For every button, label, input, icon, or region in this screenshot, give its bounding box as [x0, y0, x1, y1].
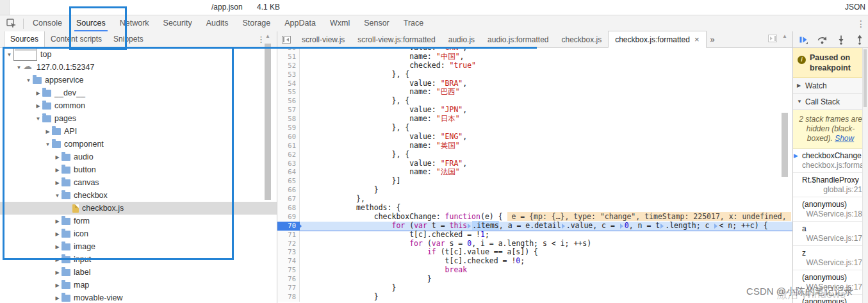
- code-line-68[interactable]: 68 methods: {: [277, 204, 792, 213]
- show-debugger-button[interactable]: [768, 35, 777, 44]
- line-number[interactable]: 62: [277, 151, 300, 160]
- tree-item-component[interactable]: ▼component: [0, 138, 277, 151]
- tree-item-common[interactable]: ▶common: [0, 99, 277, 112]
- line-number[interactable]: 60: [277, 133, 300, 142]
- value-preview-chip-icon[interactable]: [468, 224, 471, 229]
- step-over-button[interactable]: [817, 35, 828, 45]
- line-number[interactable]: 50: [277, 48, 300, 53]
- line-number[interactable]: 74: [277, 257, 300, 266]
- tree-item-dev[interactable]: ▶__dev__: [0, 86, 277, 99]
- devtools-menu-icon[interactable]: ⋮: [854, 19, 868, 29]
- line-number[interactable]: 59: [277, 124, 300, 133]
- tree-item-audio[interactable]: ▶audio: [0, 151, 277, 163]
- code-line-64[interactable]: 64 name: "法国": [277, 168, 792, 177]
- line-number[interactable]: 58: [277, 115, 300, 124]
- code-line-58[interactable]: 58 name: "日本": [277, 115, 792, 124]
- line-number[interactable]: 65: [277, 177, 300, 186]
- tree-open-arrow-icon[interactable]: ▼: [5, 52, 13, 58]
- line-number[interactable]: 69: [277, 213, 300, 222]
- code-line-60[interactable]: 60 value: "ENG",: [277, 133, 792, 142]
- tree-closed-arrow-icon[interactable]: ▶: [53, 283, 61, 288]
- code-line-73[interactable]: 73 if (t[c].value == a[s]) {: [277, 248, 792, 257]
- devtools-tab-network[interactable]: Network: [113, 15, 156, 31]
- code-line-72[interactable]: 72 for (var s = 0, i = a.length; s < i; …: [277, 240, 792, 249]
- code-line-51[interactable]: 51 name: "中国",: [277, 53, 792, 61]
- tree-item-icon[interactable]: ▶icon: [0, 227, 277, 240]
- code-line-54[interactable]: 54 value: "BRA",: [277, 79, 792, 88]
- line-number[interactable]: 67: [277, 195, 300, 204]
- tree-item-input[interactable]: ▶input: [0, 253, 277, 266]
- devtools-tab-storage[interactable]: Storage: [235, 15, 277, 31]
- devtools-tab-sources[interactable]: Sources: [69, 15, 113, 31]
- tree-closed-arrow-icon[interactable]: ▶: [53, 295, 61, 301]
- line-number[interactable]: 78: [277, 293, 300, 302]
- code-line-57[interactable]: 57 value: "JPN",: [277, 106, 792, 115]
- navigator-tab-snippets[interactable]: Snippets: [108, 31, 149, 47]
- tree-item-127-0-0-1-52347[interactable]: ▼127.0.0.1:52347: [0, 61, 277, 74]
- editor-tab-scroll-view-js[interactable]: scroll-view.js: [295, 32, 351, 47]
- editor-tab-audio-js-formatted[interactable]: audio.js:formatted: [481, 32, 555, 47]
- editor-scrollbar[interactable]: ▲: [780, 33, 789, 303]
- step-into-button[interactable]: [836, 35, 846, 45]
- tree-closed-arrow-icon[interactable]: ▶: [53, 167, 61, 173]
- editor-scrollbar-thumb[interactable]: [782, 113, 788, 177]
- scroll-up-arrow-icon[interactable]: ▲: [263, 33, 272, 40]
- editor-tab-checkbox-js-formatted[interactable]: checkbox.js:formatted×: [608, 31, 706, 48]
- editor-tab-audio-js[interactable]: audio.js: [442, 32, 481, 47]
- call-stack-frame[interactable]: Rt.$handleProxyglobal.js:21: [793, 173, 868, 197]
- tree-closed-arrow-icon[interactable]: ▶: [34, 103, 42, 109]
- resume-button[interactable]: [798, 35, 808, 45]
- code-line-62[interactable]: 62 }, {: [277, 151, 792, 160]
- close-tab-icon[interactable]: ×: [694, 35, 700, 44]
- devtools-tab-trace[interactable]: Trace: [397, 15, 431, 31]
- code-line-66[interactable]: 66 }: [277, 186, 792, 195]
- tree-closed-arrow-icon[interactable]: ▶: [53, 231, 61, 237]
- line-number[interactable]: 71: [277, 231, 300, 240]
- tree-open-arrow-icon[interactable]: ▼: [34, 116, 42, 122]
- tree-item-canvas[interactable]: ▶canvas: [0, 176, 277, 189]
- code-line-56[interactable]: 56 }, {: [277, 97, 792, 106]
- tree-scrollbar[interactable]: ▲: [263, 33, 272, 303]
- line-number[interactable]: 77: [277, 284, 300, 293]
- sidebar-scrollbar[interactable]: [862, 48, 868, 303]
- tree-item-appservice[interactable]: ▼appservice: [0, 74, 277, 86]
- show-blackboxed-link[interactable]: Show: [835, 134, 854, 143]
- line-number[interactable]: 70: [277, 222, 300, 231]
- line-number[interactable]: 53: [277, 70, 300, 79]
- tree-item-top[interactable]: ▼top: [0, 48, 277, 61]
- line-number[interactable]: 61: [277, 142, 300, 151]
- code-line-55[interactable]: 55 name: "巴西": [277, 88, 792, 97]
- code-line-61[interactable]: 61 name: "英国": [277, 142, 792, 151]
- devtools-tab-security[interactable]: Security: [156, 15, 199, 31]
- tree-closed-arrow-icon[interactable]: ▶: [53, 257, 61, 263]
- tree-scrollbar-thumb[interactable]: [265, 44, 271, 200]
- devtools-tab-audits[interactable]: Audits: [199, 15, 236, 31]
- code-line-53[interactable]: 53 }, {: [277, 70, 792, 79]
- code-line-65[interactable]: 65 }]: [277, 177, 792, 186]
- navigator-tab-sources[interactable]: Sources: [4, 31, 45, 47]
- tree-item-checkbox-js[interactable]: checkbox.js: [0, 202, 277, 215]
- more-tabs-chevron[interactable]: »: [707, 32, 719, 47]
- line-number[interactable]: 76: [277, 275, 300, 284]
- scroll-up-arrow-icon[interactable]: ▲: [780, 33, 789, 40]
- line-number[interactable]: 54: [277, 79, 300, 88]
- tree-item-checkbox[interactable]: ▼checkbox: [0, 189, 277, 202]
- tree-item-button[interactable]: ▶button: [0, 163, 277, 176]
- tree-closed-arrow-icon[interactable]: ▶: [53, 180, 61, 186]
- line-number[interactable]: 63: [277, 160, 300, 168]
- code-line-52[interactable]: 52 checked: "true": [277, 61, 792, 70]
- call-stack-frame[interactable]: zWAService.js:17: [793, 246, 868, 270]
- line-number[interactable]: 57: [277, 106, 300, 115]
- tree-open-arrow-icon[interactable]: ▼: [15, 65, 23, 70]
- watch-section-header[interactable]: ▶ Watch: [793, 78, 868, 94]
- tree-closed-arrow-icon[interactable]: ▶: [44, 129, 52, 135]
- editor-tab-checkbox-js[interactable]: checkbox.js: [555, 32, 608, 47]
- code-lines[interactable]: 50 value: "CHN",51 name: "中国",52 checked…: [277, 48, 792, 303]
- tree-closed-arrow-icon[interactable]: ▶: [53, 154, 61, 160]
- tree-item-label[interactable]: ▶label: [0, 266, 277, 279]
- value-preview-chip-icon[interactable]: [620, 224, 623, 229]
- line-number[interactable]: 75: [277, 266, 300, 275]
- line-number[interactable]: 52: [277, 61, 300, 70]
- call-stack-section-header[interactable]: ▼ Call Stack: [793, 94, 868, 110]
- tree-open-arrow-icon[interactable]: ▼: [24, 78, 33, 83]
